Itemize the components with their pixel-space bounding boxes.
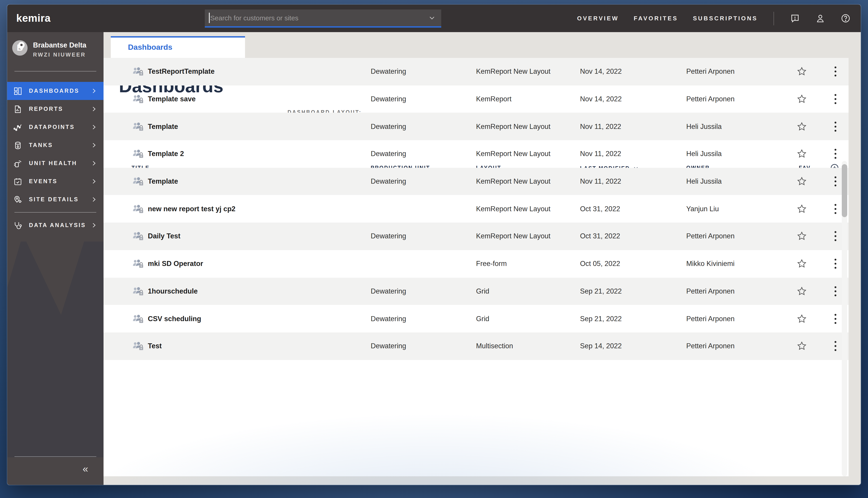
row-menu-icon[interactable] (832, 231, 839, 242)
chevron-down-icon[interactable] (428, 14, 436, 22)
row-owner: Petteri Arponen (686, 95, 735, 103)
shared-dashboard-icon (132, 341, 144, 351)
favorite-star-icon[interactable] (796, 258, 807, 270)
row-menu-icon[interactable] (832, 148, 839, 160)
row-menu-icon[interactable] (832, 258, 839, 270)
column-fav[interactable]: FAV (799, 165, 811, 171)
dashboard-search[interactable] (119, 118, 270, 139)
row-title[interactable]: Template (148, 177, 178, 185)
row-title[interactable]: Template (148, 122, 178, 131)
table-row[interactable]: new new report test yj cp2 KemReport New… (104, 195, 849, 223)
favorite-star-icon[interactable] (796, 340, 807, 352)
shared-dashboard-icon (132, 94, 144, 104)
row-title[interactable]: TestReportTemplate (148, 68, 214, 76)
collapse-sidebar-button[interactable]: « (83, 464, 89, 474)
row-title[interactable]: Test (148, 342, 162, 350)
row-layout: KemReport New Layout (476, 205, 550, 213)
search-icon (260, 123, 270, 133)
row-layout: KemReport New Layout (476, 68, 550, 76)
row-menu-icon[interactable] (832, 285, 839, 297)
row-title[interactable]: 1hourschedule (148, 287, 198, 296)
favorite-star-icon[interactable] (796, 176, 807, 187)
table-row[interactable]: mki SD Operator Free-form Oct 05, 2022 M… (104, 250, 849, 277)
favorite-star-icon[interactable] (796, 148, 807, 160)
table-row[interactable]: Template Dewatering KemReport New Layout… (104, 113, 849, 140)
column-owner[interactable]: OWNER (686, 165, 710, 171)
column-layout[interactable]: LAYOUT (476, 165, 502, 171)
layout-option-dashboard[interactable]: DASHBOARD (320, 121, 385, 138)
favorite-star-icon[interactable] (796, 66, 807, 77)
row-menu-icon[interactable] (832, 93, 839, 105)
column-last-modified[interactable]: LAST MODIFIED (580, 165, 639, 171)
dashboard-search-input[interactable] (119, 124, 260, 132)
topnav-overview[interactable]: OVERVIEW (577, 15, 619, 22)
sidebar-item-reports[interactable]: REPORTS (7, 100, 104, 118)
row-title[interactable]: CSV scheduling (148, 315, 201, 323)
row-title[interactable]: Template 2 (148, 150, 184, 158)
sidebar-item-label: UNIT HEALTH (29, 160, 77, 167)
row-menu-icon[interactable] (832, 313, 839, 325)
sidebar-item-site-details[interactable]: SITE DETAILS (7, 191, 104, 209)
row-title[interactable]: mki SD Operator (148, 260, 203, 268)
add-dashboard-button[interactable]: DASHBOARD (776, 121, 847, 136)
topnav-favorites[interactable]: FAVORITES (634, 15, 678, 22)
global-search[interactable] (205, 10, 441, 28)
favorite-star-icon[interactable] (796, 313, 807, 324)
sidebar-item-data-analysis[interactable]: DATA ANALYSIS (7, 216, 104, 234)
sidebar-item-dashboards[interactable]: DASHBOARDS (7, 82, 104, 100)
table-row[interactable]: Template 2 Dewatering KemReport New Layo… (104, 140, 849, 168)
feedback-icon[interactable] (790, 13, 800, 24)
row-menu-icon[interactable] (832, 203, 839, 215)
table-row[interactable]: Template save Dewatering KemReport Nov 1… (104, 85, 849, 113)
table-row[interactable]: CSV scheduling Dewatering Grid Sep 21, 2… (104, 305, 849, 332)
table-row[interactable]: Template Dewatering KemReport New Layout… (104, 168, 849, 195)
row-menu-icon[interactable] (832, 66, 839, 78)
table-row[interactable]: TestReportTemplate Dewatering KemReport … (104, 58, 849, 85)
sidebar-item-events[interactable]: EVENTS (7, 172, 104, 191)
sidebar-divider (14, 456, 96, 457)
table-row[interactable]: 1hourschedule Dewatering Grid Sep 21, 20… (104, 277, 849, 305)
favorite-star-icon[interactable] (796, 286, 807, 297)
page-title: Dashboards (119, 76, 223, 96)
column-production-unit[interactable]: PRODUCTION UNIT (371, 165, 430, 171)
account-icon[interactable] (815, 13, 826, 24)
column-title[interactable]: TITLE (132, 165, 150, 171)
layout-option-analysis[interactable]: ANALYSIS (385, 121, 441, 138)
sidebar-item-unit-health[interactable]: UNIT HEALTH (7, 154, 104, 172)
table-row[interactable]: Daily Test Dewatering KemReport New Layo… (104, 223, 849, 250)
favorite-star-icon[interactable] (796, 93, 807, 105)
favorite-star-icon[interactable] (796, 203, 807, 214)
row-menu-icon[interactable] (832, 340, 839, 352)
row-menu-icon[interactable] (832, 120, 839, 132)
sidebar-item-datapoints[interactable]: DATAPOINTS (7, 118, 104, 136)
favorite-star-icon[interactable] (796, 231, 807, 242)
scrollbar-track[interactable] (842, 161, 847, 476)
row-title[interactable]: new new report test yj cp2 (148, 205, 236, 213)
layout-option-report[interactable]: REPORT (441, 121, 490, 138)
row-last-modified: Sep 14, 2022 (580, 342, 622, 350)
row-owner: Heli Jussila (686, 177, 722, 185)
site-details-icon (13, 195, 23, 204)
sidebar-menu: DASHBOARDS REPORTS DATAPOINTS TANKS UNIT… (7, 82, 104, 209)
row-title[interactable]: Template save (148, 95, 196, 103)
add-column-icon[interactable] (830, 163, 840, 173)
row-menu-icon[interactable] (832, 175, 839, 187)
sidebar-item-tanks[interactable]: TANKS (7, 136, 104, 154)
layout-option-all[interactable]: ALL (288, 121, 320, 138)
topnav-subscriptions[interactable]: SUBSCRIPTIONS (693, 15, 758, 22)
add-dashboard-label: DASHBOARD (796, 126, 845, 132)
chevron-right-icon (91, 222, 97, 228)
customer-profile[interactable]: B Brabantse Delta RWZI NIUWEER (7, 32, 104, 71)
row-last-modified: Nov 14, 2022 (580, 95, 622, 103)
data-analysis-icon (13, 221, 23, 230)
help-icon[interactable] (840, 13, 851, 24)
desktop-background: kemira OVERVIEWFAVORITESSUBSCRIPTIONS (0, 0, 868, 498)
global-search-input[interactable] (205, 14, 428, 22)
row-layout: Grid (476, 287, 489, 296)
table-row[interactable]: Test Dewatering Multisection Sep 14, 202… (104, 332, 849, 360)
row-title[interactable]: Daily Test (148, 232, 181, 240)
tab-dashboards[interactable]: Dashboards (111, 36, 245, 58)
scrollbar-thumb[interactable] (842, 164, 847, 217)
screen: kemira OVERVIEWFAVORITESSUBSCRIPTIONS (0, 0, 868, 498)
favorite-star-icon[interactable] (796, 121, 807, 132)
